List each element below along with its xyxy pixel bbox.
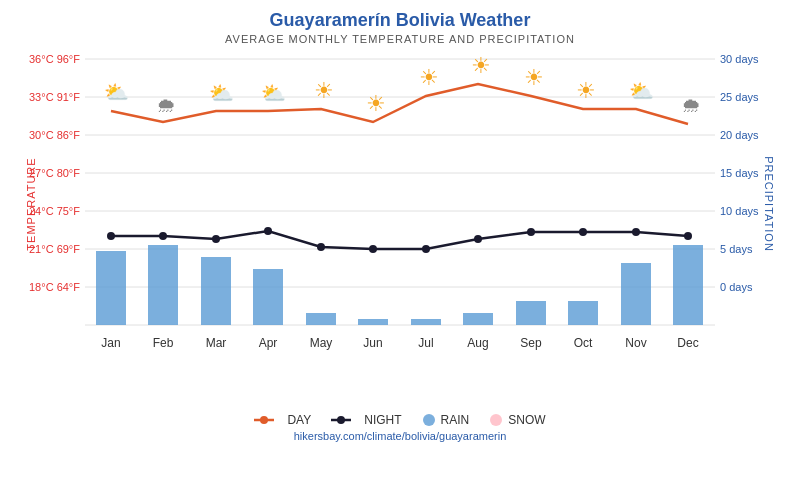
svg-text:🌧: 🌧 [156,94,176,116]
legend-rain-label: RAIN [441,413,470,427]
svg-text:TEMPERATURE: TEMPERATURE [25,157,37,250]
svg-text:Oct: Oct [574,336,593,350]
svg-text:☀: ☀ [314,78,334,103]
svg-text:Jul: Jul [418,336,433,350]
svg-point-77 [490,414,502,426]
svg-text:⛅: ⛅ [261,81,286,105]
svg-rect-25 [253,269,283,325]
svg-text:Sep: Sep [520,336,542,350]
legend-rain: RAIN [422,413,470,427]
svg-text:5 days: 5 days [720,243,753,255]
svg-point-42 [527,228,535,236]
svg-rect-24 [201,257,231,325]
chart-subtitle: AVERAGE MONTHLY TEMPERATURE AND PRECIPIT… [20,33,780,45]
svg-text:30 days: 30 days [720,53,759,65]
svg-text:25 days: 25 days [720,91,759,103]
chart-area: 36°C 96°F 33°C 91°F 30°C 86°F 27°C 80°F … [20,49,780,409]
svg-text:Aug: Aug [467,336,488,350]
svg-rect-32 [621,263,651,325]
legend-day: DAY [254,413,311,427]
svg-text:Feb: Feb [153,336,174,350]
svg-point-38 [317,243,325,251]
svg-text:10 days: 10 days [720,205,759,217]
svg-rect-30 [516,301,546,325]
svg-rect-33 [673,245,703,325]
svg-point-44 [632,228,640,236]
svg-rect-26 [306,313,336,325]
svg-text:☀: ☀ [419,65,439,90]
svg-point-41 [474,235,482,243]
svg-point-76 [423,414,435,426]
svg-text:0 days: 0 days [720,281,753,293]
chart-container: Guayaramerín Bolivia Weather AVERAGE MON… [0,0,800,500]
svg-text:30°C 86°F: 30°C 86°F [29,129,80,141]
svg-text:Jan: Jan [101,336,120,350]
svg-text:33°C 91°F: 33°C 91°F [29,91,80,103]
svg-text:PRECIPITATION: PRECIPITATION [763,156,775,252]
svg-point-36 [212,235,220,243]
svg-point-34 [107,232,115,240]
svg-text:☀: ☀ [471,53,491,78]
svg-text:18°C 64°F: 18°C 64°F [29,281,80,293]
svg-rect-22 [96,251,126,325]
svg-point-35 [159,232,167,240]
svg-text:May: May [310,336,333,350]
legend-snow-label: SNOW [508,413,545,427]
svg-text:☀: ☀ [366,91,386,116]
legend-night: NIGHT [331,413,401,427]
legend-snow: SNOW [489,413,545,427]
legend-night-label: NIGHT [364,413,401,427]
svg-point-43 [579,228,587,236]
svg-rect-31 [568,301,598,325]
svg-text:Apr: Apr [259,336,278,350]
svg-text:36°C 96°F: 36°C 96°F [29,53,80,65]
svg-text:☀: ☀ [576,78,596,103]
svg-rect-27 [358,319,388,325]
legend-day-label: DAY [287,413,311,427]
svg-rect-28 [411,319,441,325]
svg-point-40 [422,245,430,253]
svg-text:🌧: 🌧 [681,94,701,116]
watermark: hikersbay.com/climate/bolivia/guayaramer… [20,430,780,442]
svg-rect-29 [463,313,493,325]
svg-point-39 [369,245,377,253]
svg-point-73 [260,416,268,424]
chart-title: Guayaramerín Bolivia Weather [20,10,780,31]
svg-text:⛅: ⛅ [629,79,654,103]
svg-text:20 days: 20 days [720,129,759,141]
chart-legend: DAY NIGHT RAIN SNOW [20,413,780,427]
svg-text:15 days: 15 days [720,167,759,179]
svg-text:Dec: Dec [677,336,698,350]
svg-text:☀: ☀ [524,65,544,90]
svg-text:Mar: Mar [206,336,227,350]
svg-point-45 [684,232,692,240]
svg-text:Jun: Jun [363,336,382,350]
svg-point-37 [264,227,272,235]
svg-text:⛅: ⛅ [209,81,234,105]
svg-point-75 [337,416,345,424]
svg-text:Nov: Nov [625,336,646,350]
svg-text:⛅: ⛅ [104,80,129,104]
svg-rect-23 [148,245,178,325]
main-chart-svg: 36°C 96°F 33°C 91°F 30°C 86°F 27°C 80°F … [20,49,780,409]
